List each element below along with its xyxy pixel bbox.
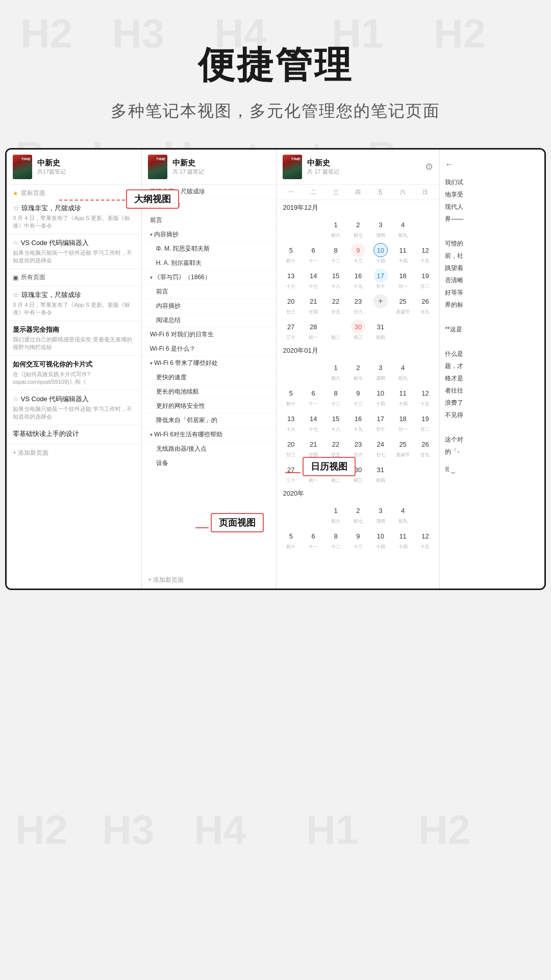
- cal-cell[interactable]: 3清明: [369, 215, 392, 241]
- cal-cell[interactable]: 22廿五: [324, 292, 347, 317]
- outline-item[interactable]: Φ. M. 陀思妥耶夫斯: [142, 242, 277, 256]
- cal-cell[interactable]: 17廿十: [369, 409, 392, 435]
- add-page-button-1[interactable]: + 添加新页面: [7, 445, 141, 461]
- outline-item[interactable]: 设备: [142, 456, 277, 471]
- cal-cell[interactable]: 23廿六: [347, 292, 369, 317]
- cal-cell[interactable]: 24廿七: [369, 435, 392, 460]
- outline-item[interactable]: ▾ Wi-Fi 6 带来了哪些好处: [142, 356, 277, 371]
- cal-cell[interactable]: 16十九: [347, 409, 369, 435]
- add-page-button-2[interactable]: + 添加新页面: [142, 572, 277, 589]
- cal-cell[interactable]: 18廿一: [392, 266, 414, 292]
- cal-cell[interactable]: 16十九: [347, 266, 369, 292]
- cal-cell[interactable]: 26廿九: [414, 292, 437, 317]
- outline-item[interactable]: 降低来自「邻居家」的: [142, 413, 277, 428]
- panel1-header: TIME 中新史 共17篇笔记: [7, 150, 141, 185]
- cal-cell[interactable]: 14十七: [302, 409, 324, 435]
- outline-item[interactable]: ▾ 《罪与罚》（1866）: [142, 271, 277, 285]
- cal-cell[interactable]: 8十二: [324, 527, 347, 552]
- cal-cell[interactable]: 5初十: [280, 241, 302, 266]
- cal-cell[interactable]: 12十五: [414, 241, 437, 266]
- cal-cell[interactable]: 15十八: [324, 409, 347, 435]
- cal-cell[interactable]: 6十一: [302, 384, 324, 409]
- cal-cell[interactable]: 31初四: [369, 460, 392, 486]
- cal-cell[interactable]: 8十二: [324, 384, 347, 409]
- outline-item[interactable]: 更长的电池续航: [142, 385, 277, 399]
- cal-cell[interactable]: 27三十: [280, 460, 302, 486]
- cal-cell[interactable]: 19廿二: [414, 409, 437, 435]
- list-item[interactable]: 琼瑰非宝，尺牍成珍 3 月 4 日，苹果发布了《App S 更新。新版《标准》中…: [7, 286, 141, 321]
- cal-cell[interactable]: 1初六: [324, 215, 347, 241]
- outline-item[interactable]: Wi-Fi 6 是什么？: [142, 342, 277, 356]
- cal-cell[interactable]: 12十五: [414, 384, 437, 409]
- outline-item[interactable]: Wi-Fi 6 对我们的日常生: [142, 328, 277, 342]
- cal-cell[interactable]: 3清明: [369, 358, 392, 384]
- outline-view-label: 大纲视图: [126, 189, 179, 209]
- cal-cell[interactable]: 2初七: [347, 215, 369, 241]
- gear-icon[interactable]: ⚙: [425, 161, 433, 173]
- list-item[interactable]: 显示器完全指南 我们通过自己的眼睛感受现实世 受着毫无束缚的视野与绚烂缤纷: [7, 321, 141, 356]
- cal-cell[interactable]: 27三十: [280, 317, 302, 343]
- cal-cell[interactable]: 6十一: [302, 527, 324, 552]
- outline-item[interactable]: ▾ Wi-Fi 6对生活有哪些帮助: [142, 428, 277, 442]
- list-item[interactable]: 零基础快读上手的设计: [7, 425, 141, 445]
- cal-cell[interactable]: 10十四: [369, 384, 392, 409]
- outline-item[interactable]: 前言: [142, 285, 277, 299]
- outline-item[interactable]: 内容摘抄: [142, 299, 277, 313]
- notebook-count-2: 共 17 篇笔记: [172, 168, 204, 176]
- cal-cell[interactable]: 26廿九: [414, 435, 437, 460]
- outline-item[interactable]: 无线路由器/接入点: [142, 442, 277, 456]
- cal-cell[interactable]: 11十四: [392, 241, 414, 266]
- cal-cell[interactable]: 11十四: [392, 384, 414, 409]
- cal-cell[interactable]: 21廿四: [302, 292, 324, 317]
- cal-cell[interactable]: 10十四: [369, 527, 392, 552]
- cal-cell[interactable]: 10十四: [369, 241, 392, 266]
- cal-cell[interactable]: 13十六: [280, 266, 302, 292]
- cal-cell[interactable]: 20廿三: [280, 292, 302, 317]
- cal-cell[interactable]: 2初七: [347, 358, 369, 384]
- cal-cell[interactable]: 19廿二: [414, 266, 437, 292]
- panel3-header-text: 中新史 共 17 篇笔记: [307, 158, 339, 176]
- cal-cell[interactable]: 28初一: [302, 317, 324, 343]
- cal-cell[interactable]: 25圣诞节: [392, 292, 414, 317]
- list-item[interactable]: VS Code 代码编辑器入 如果当电脑只能装一个软件还能 学习工作时，不知道你…: [7, 234, 141, 269]
- cal-cell[interactable]: 30初三: [347, 317, 369, 343]
- cal-cell[interactable]: 25圣诞节: [392, 435, 414, 460]
- cal-cell[interactable]: 3清明: [369, 501, 392, 527]
- cal-cell[interactable]: 14十七: [302, 266, 324, 292]
- back-arrow[interactable]: ←: [445, 157, 539, 172]
- cal-cell[interactable]: 9十三: [347, 384, 369, 409]
- cal-cell[interactable]: 8十二: [324, 241, 347, 266]
- cal-cell[interactable]: 5初十: [280, 384, 302, 409]
- outline-item[interactable]: ▾ 内容摘抄: [142, 228, 277, 242]
- list-item-title: VS Code 代码编辑器入: [13, 238, 135, 248]
- cal-cell[interactable]: 17廿十: [369, 266, 392, 292]
- cal-cell[interactable]: 2初七: [347, 501, 369, 527]
- cal-cell[interactable]: 15十八: [324, 266, 347, 292]
- outline-item[interactable]: 前言: [142, 213, 277, 228]
- outline-item[interactable]: 更快的速度: [142, 371, 277, 385]
- list-item[interactable]: VS Code 代码编辑器入 如果当电脑只能装一个软件还能 学习工作时，不知道你…: [7, 390, 141, 425]
- cal-cell[interactable]: 1初六: [324, 501, 347, 527]
- cal-cell[interactable]: 20廿三: [280, 435, 302, 460]
- cal-cell[interactable]: 31初四: [369, 317, 392, 343]
- calendar-month-label-dec: 2019年12月: [277, 200, 439, 215]
- list-item[interactable]: 如何交互可视化你的卡片式 在《[如何高效实践卡片式写作? sspai.com/p…: [7, 356, 141, 390]
- cal-cell[interactable]: 12十五: [414, 527, 437, 552]
- cal-cell[interactable]: 6十一: [302, 241, 324, 266]
- cal-cell[interactable]: 1初六: [324, 358, 347, 384]
- cal-add-cell[interactable]: +: [369, 292, 392, 317]
- list-item[interactable]: 琼瑰非宝，尺牍成珍 3 月 4 日，苹果发布了《App S 更新。新版《标准》中…: [7, 200, 141, 234]
- outline-item[interactable]: 阅读总结: [142, 313, 277, 328]
- cal-cell: [302, 215, 324, 241]
- cal-cell[interactable]: 4初九: [392, 358, 414, 384]
- cal-cell[interactable]: 4初九: [392, 501, 414, 527]
- cal-cell[interactable]: 18廿一: [392, 409, 414, 435]
- cal-cell[interactable]: 9十三: [347, 241, 369, 266]
- cal-cell[interactable]: 9十三: [347, 527, 369, 552]
- cal-cell[interactable]: 4初九: [392, 215, 414, 241]
- cal-cell[interactable]: 5初十: [280, 527, 302, 552]
- cal-cell[interactable]: 11十四: [392, 527, 414, 552]
- outline-item[interactable]: H. A. 别尔嘉耶夫: [142, 256, 277, 271]
- outline-item[interactable]: 更好的网络安全性: [142, 399, 277, 413]
- cal-cell[interactable]: 13十六: [280, 409, 302, 435]
